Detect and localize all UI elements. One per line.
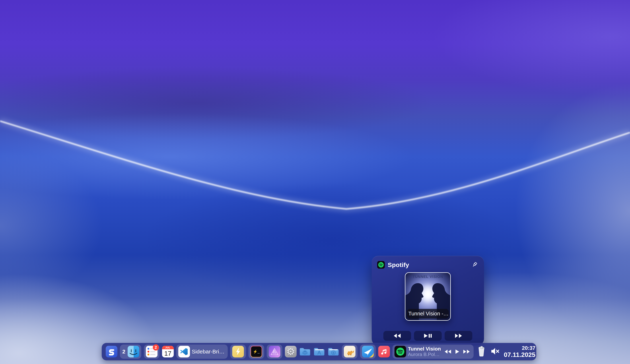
vscode-window-label: Sidebar-Bri… — [192, 349, 226, 355]
vscode-icon[interactable] — [178, 346, 190, 358]
spark-mail-icon[interactable] — [362, 346, 374, 358]
spotify-widget-header: Spotify — [372, 256, 484, 269]
postico-dock-group[interactable] — [342, 345, 358, 359]
spotify-icon — [377, 261, 385, 269]
spotify-widget: Spotify TUNNEL VISION Tunnel Vision -… — [372, 256, 484, 346]
gear-icon: ⚙ — [286, 347, 295, 357]
volume-muted-icon[interactable] — [490, 346, 500, 357]
previous-button[interactable] — [383, 331, 411, 341]
terminal-prompt: ⚡_ — [253, 350, 260, 354]
finder-icon[interactable] — [128, 346, 139, 358]
downloads-folder-icon[interactable] — [328, 346, 339, 358]
terminal-dock-group[interactable]: ⚡_ — [248, 345, 264, 359]
trash-icon[interactable] — [476, 346, 487, 358]
spotify-now-playing-group[interactable]: Tunnel Vision Aurora B.Pol… — [392, 345, 474, 359]
now-playing-text: Tunnel Vision Aurora B.Pol… — [408, 346, 442, 357]
calendar-month: JUL — [162, 346, 174, 349]
dock-tray: 20:37 07.11.2025 — [476, 345, 536, 358]
system-settings-icon[interactable]: ⚙ — [285, 346, 296, 358]
album-cover-title: TUNNEL VISION — [406, 275, 450, 279]
terminal-app-icon[interactable]: ⚡_ — [250, 346, 262, 358]
reminders-icon[interactable]: 2 — [146, 346, 158, 358]
album-art[interactable]: TUNNEL VISION Tunnel Vision -… — [405, 272, 451, 321]
widget-controls — [383, 331, 472, 341]
play-button[interactable] — [455, 349, 460, 354]
track-label: Tunnel Vision -… — [407, 309, 449, 319]
lightning-app-icon[interactable] — [232, 346, 244, 358]
next-button[interactable] — [444, 331, 472, 341]
play-pause-button[interactable] — [414, 331, 442, 341]
spotify-icon[interactable] — [394, 346, 406, 358]
calendar-icon[interactable]: JUL 17 — [162, 346, 174, 358]
widget-title: Spotify — [388, 261, 468, 268]
now-playing-artist: Aurora B.Pol… — [408, 352, 441, 357]
fast-forward-button[interactable] — [463, 349, 470, 354]
wallpaper-curve-line — [0, 0, 630, 364]
affinity-dock-group[interactable] — [267, 345, 282, 359]
dock-media-controls — [444, 349, 472, 354]
postico-elephant-icon[interactable] — [344, 346, 356, 358]
stack-folder-icon[interactable] — [299, 346, 311, 358]
dock: 2 2 JUL — [102, 343, 536, 360]
s-app-icon[interactable] — [106, 346, 118, 358]
apple-music-icon[interactable] — [378, 346, 390, 358]
finder-window-count: 2 — [122, 349, 126, 355]
now-playing-title: Tunnel Vision — [408, 346, 441, 352]
rewind-button[interactable] — [444, 349, 452, 354]
applications-folder-icon[interactable] — [313, 346, 325, 358]
reminders-badge: 2 — [153, 344, 159, 351]
clock-date: 07.11.2025 — [504, 351, 536, 358]
lightning-dock-group[interactable] — [230, 345, 246, 359]
finder-dock-group[interactable]: 2 — [120, 345, 141, 359]
vscode-dock-group[interactable]: Sidebar-Bri… — [176, 345, 228, 359]
dock-clock[interactable]: 20:37 07.11.2025 — [504, 345, 536, 358]
reminders-dock-group[interactable]: 2 — [144, 345, 160, 359]
spark-dock-group[interactable] — [360, 345, 376, 359]
paintbrush-icon[interactable] — [471, 261, 478, 268]
calendar-day: 17 — [162, 349, 174, 358]
affinity-app-icon[interactable] — [269, 346, 280, 358]
clock-time: 20:37 — [522, 345, 536, 351]
desktop-wallpaper: Spotify TUNNEL VISION Tunnel Vision -… — [0, 0, 630, 364]
